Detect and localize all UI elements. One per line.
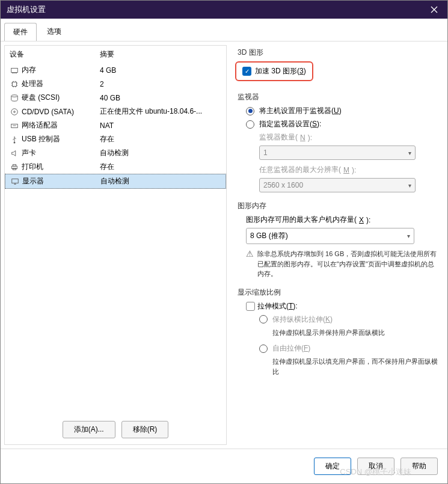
header-summary: 摘要 xyxy=(100,49,221,60)
device-name: 硬盘 (SCSI) xyxy=(22,93,60,103)
radio-free-stretch xyxy=(259,345,268,353)
device-summary: 存在 xyxy=(100,162,221,172)
cpu-icon xyxy=(10,79,19,89)
ok-button[interactable]: 确定 xyxy=(314,458,351,475)
device-row[interactable]: 网络适配器NAT xyxy=(5,118,226,132)
device-panel: 设备 摘要 内存4 GB处理器2硬盘 (SCSI)40 GBCD/DVD (SA… xyxy=(4,45,227,445)
free-stretch-row: 自由拉伸(F) xyxy=(259,343,439,354)
titlebar: 虚拟机设置 xyxy=(1,1,447,19)
device-name: 网络适配器 xyxy=(22,120,58,130)
gmem-select[interactable]: 8 GB (推荐)▾ xyxy=(246,228,414,244)
content: 设备 摘要 内存4 GB处理器2硬盘 (SCSI)40 GBCD/DVD (SA… xyxy=(1,41,447,449)
svg-rect-10 xyxy=(12,179,19,183)
keep-ratio-desc: 拉伸虚拟机显示并保持用户界面纵横比 xyxy=(272,328,439,338)
cancel-button[interactable]: 取消 xyxy=(357,458,394,475)
device-summary: 自动检测 xyxy=(100,176,221,186)
gmem-warning: ⚠ 除非总系统内存增加到 16 GB，否则虚拟机可能无法使用所有已配置的图形内存… xyxy=(246,249,439,279)
tab-options[interactable]: 选项 xyxy=(38,22,70,40)
device-summary: 正在使用文件 ubuntu-18.04.6-... xyxy=(100,106,221,117)
radio-specify-row[interactable]: 指定监视器设置(S): xyxy=(246,119,439,129)
device-summary: 存在 xyxy=(100,134,221,144)
tab-hardware[interactable]: 硬件 xyxy=(4,23,37,41)
device-row[interactable]: 打印机存在 xyxy=(5,160,226,174)
chevron-down-icon: ▾ xyxy=(407,233,410,239)
device-summary: 自动检测 xyxy=(100,148,221,158)
vm-settings-window: 虚拟机设置 硬件 选项 设备 摘要 内存4 GB处理器2硬盘 (SCSI)40 … xyxy=(0,0,448,484)
usb-icon xyxy=(10,135,19,144)
cd-icon xyxy=(10,107,19,117)
tabs: 硬件 选项 xyxy=(1,21,447,41)
device-summary: NAT xyxy=(100,121,221,130)
device-row[interactable]: 硬盘 (SCSI)40 GB xyxy=(5,91,226,105)
device-summary: 2 xyxy=(100,80,221,88)
max-res-select: 2560 x 1600▾ xyxy=(259,178,416,192)
device-name: 处理器 xyxy=(22,79,43,89)
stretch-mode-row[interactable]: 拉伸模式(T): xyxy=(246,301,439,311)
device-row[interactable]: 显示器自动检测 xyxy=(5,174,226,189)
svg-rect-8 xyxy=(13,164,16,166)
remove-button[interactable]: 移除(R) xyxy=(121,421,169,438)
device-summary: 4 GB xyxy=(100,66,221,75)
device-name: 打印机 xyxy=(22,162,43,172)
svg-point-6 xyxy=(14,141,16,143)
device-buttons: 添加(A)... 移除(R) xyxy=(5,415,226,444)
group-title-gmem: 图形内存 xyxy=(238,201,439,211)
accelerate-3d-highlight: ✓ 加速 3D 图形(3) xyxy=(235,61,313,81)
radio-use-host-row[interactable]: 将主机设置用于监视器(U) xyxy=(246,106,439,116)
checkbox-stretch[interactable] xyxy=(246,302,255,311)
net-icon xyxy=(10,121,19,130)
group-3d-graphics: 3D 图形 ✓ 加速 3D 图形(3) xyxy=(235,47,439,84)
gmem-label: 图形内存可用的最大客户机内存量(X): xyxy=(246,215,439,225)
svg-rect-1 xyxy=(13,82,17,86)
svg-rect-0 xyxy=(11,68,18,72)
device-name: 显示器 xyxy=(22,176,44,186)
accel-3d-label[interactable]: 加速 3D 图形(3) xyxy=(255,66,306,76)
group-monitor: 监视器 将主机设置用于监视器(U) 指定监视器设置(S): 监视器数量(N): … xyxy=(235,92,439,192)
device-name: 声卡 xyxy=(22,148,36,158)
use-host-label: 将主机设置用于监视器(U) xyxy=(259,106,342,116)
device-name: USB 控制器 xyxy=(22,134,60,144)
device-row[interactable]: 内存4 GB xyxy=(5,63,226,77)
device-row[interactable]: 声卡自动检测 xyxy=(5,146,226,160)
monitor-count-label: 监视器数量(N): xyxy=(259,132,439,142)
monitor-count-select: 1▾ xyxy=(259,146,416,160)
printer-icon xyxy=(10,162,19,172)
device-header: 设备 摘要 xyxy=(5,46,226,63)
warning-icon: ⚠ xyxy=(246,249,254,279)
checkbox-accel-3d[interactable]: ✓ xyxy=(242,67,251,76)
window-title: 虚拟机设置 xyxy=(7,4,46,15)
max-res-label: 任意监视器的最大分辨率(M): xyxy=(259,165,439,175)
device-name: 内存 xyxy=(22,65,36,75)
svg-point-3 xyxy=(11,108,18,115)
chevron-down-icon: ▾ xyxy=(408,150,411,156)
group-title-monitor: 监视器 xyxy=(238,92,439,102)
keep-ratio-label: 保持纵横比拉伸(K) xyxy=(272,314,333,325)
specify-label: 指定监视器设置(S): xyxy=(259,119,321,129)
memory-icon xyxy=(10,66,19,75)
header-device: 设备 xyxy=(10,49,100,60)
sound-icon xyxy=(10,149,19,158)
chevron-down-icon: ▾ xyxy=(408,182,411,189)
disk-icon xyxy=(10,93,19,103)
display-icon xyxy=(10,177,20,186)
device-summary: 40 GB xyxy=(100,94,221,102)
device-row[interactable]: CD/DVD (SATA)正在使用文件 ubuntu-18.04.6-... xyxy=(5,105,226,118)
device-name: CD/DVD (SATA) xyxy=(22,108,74,116)
svg-point-4 xyxy=(14,111,16,112)
radio-keep-ratio xyxy=(259,315,268,323)
keep-ratio-row: 保持纵横比拉伸(K) xyxy=(259,314,439,325)
free-stretch-desc: 拉伸虚拟机显示以填充用户界面，而不保持用户界面纵横比 xyxy=(272,357,439,376)
stretch-label: 拉伸模式(T): xyxy=(257,301,298,311)
close-icon[interactable] xyxy=(427,2,441,17)
group-title-3d: 3D 图形 xyxy=(238,47,439,58)
group-title-scale: 显示缩放比例 xyxy=(238,287,439,298)
add-button[interactable]: 添加(A)... xyxy=(63,421,115,438)
help-button[interactable]: 帮助 xyxy=(400,458,438,475)
group-display-scale: 显示缩放比例 拉伸模式(T): 保持纵横比拉伸(K) 拉伸虚拟机显示并保持用户界… xyxy=(235,287,439,377)
device-row[interactable]: USB 控制器存在 xyxy=(5,132,226,146)
radio-specify[interactable] xyxy=(246,120,254,129)
radio-use-host[interactable] xyxy=(246,107,254,115)
device-row[interactable]: 处理器2 xyxy=(5,77,226,91)
settings-panel: 3D 图形 ✓ 加速 3D 图形(3) 监视器 将主机设置用于监视器(U) 指定… xyxy=(230,45,444,445)
device-table: 设备 摘要 内存4 GB处理器2硬盘 (SCSI)40 GBCD/DVD (SA… xyxy=(5,46,226,415)
